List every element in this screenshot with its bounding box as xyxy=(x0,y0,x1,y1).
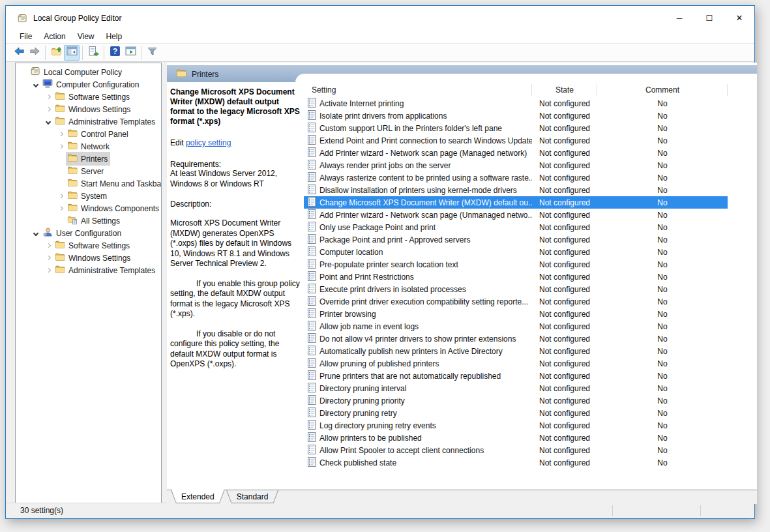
chevron-down-icon[interactable] xyxy=(31,231,41,235)
tree-node: Administrative Templates xyxy=(53,263,158,277)
policy-state-cell: Not configured xyxy=(532,359,597,368)
toolbar-forward-button[interactable] xyxy=(27,45,42,61)
policy-row-extend-point-and-print-connection-to-sea[interactable]: Extend Point and Print connection to sea… xyxy=(304,134,728,147)
tree-node: Software Settings xyxy=(53,90,132,104)
tree-item-control-panel[interactable]: Control Panel xyxy=(16,128,161,140)
maximize-button[interactable]: ☐ xyxy=(694,6,724,30)
toolbar-filter-button[interactable] xyxy=(144,45,160,61)
policy-row-allow-pruning-of-published-printers[interactable]: Allow pruning of published printersNot c… xyxy=(304,357,728,370)
chevron-right-icon[interactable] xyxy=(55,207,66,210)
policy-row-automatically-publish-new-printers-in-ac[interactable]: Automatically publish new printers in Ac… xyxy=(304,345,728,357)
policy-row-allow-job-name-in-event-logs[interactable]: Allow job name in event logsNot configur… xyxy=(304,320,728,332)
minimize-button[interactable]: ─ xyxy=(664,6,694,30)
tree-item-local-computer-policy[interactable]: Local Computer Policy xyxy=(16,66,161,78)
chevron-right-icon[interactable] xyxy=(43,108,53,111)
tree-item-start-menu-and-taskbar[interactable]: Start Menu and Taskbar xyxy=(16,177,161,190)
policy-row-activate-internet-printing[interactable]: Activate Internet printingNot configured… xyxy=(304,97,728,110)
policy-row-directory-pruning-retry[interactable]: Directory pruning retryNot configuredNo xyxy=(304,407,728,419)
policy-state-cell: Not configured xyxy=(532,347,597,356)
tree-item-label: Server xyxy=(81,167,104,176)
policy-row-custom-support-url-in-the-printers-folde[interactable]: Custom support URL in the Printers folde… xyxy=(304,122,728,134)
policy-setting-name: Prune printers that are not automaticall… xyxy=(319,372,501,381)
column-header-setting[interactable]: Setting xyxy=(304,83,532,96)
toolbar-back-button[interactable] xyxy=(11,45,27,61)
tab-extended[interactable]: Extended xyxy=(171,490,225,503)
menu-help[interactable]: Help xyxy=(100,31,128,42)
tree-item-label: Windows Settings xyxy=(68,254,130,263)
tree-item-printers[interactable]: Printers xyxy=(16,153,161,165)
close-button[interactable]: ✕ xyxy=(724,6,754,30)
policy-comment-cell: No xyxy=(597,223,728,232)
tree-item-user-configuration[interactable]: User Configuration xyxy=(16,227,161,239)
policy-row-pre-populate-printer-search-location-tex[interactable]: Pre-populate printer search location tex… xyxy=(304,258,728,271)
policy-row-always-render-print-jobs-on-the-server[interactable]: Always render print jobs on the serverNo… xyxy=(304,159,728,171)
tree-item-windows-settings[interactable]: Windows Settings xyxy=(16,103,161,115)
tree-item-administrative-templates[interactable]: Administrative Templates xyxy=(16,115,161,128)
chevron-right-icon[interactable] xyxy=(55,194,66,198)
policy-row-always-rasterize-content-to-be-printed-u[interactable]: Always rasterize content to be printed u… xyxy=(304,171,728,184)
tree-item-all-settings[interactable]: All Settings xyxy=(16,214,161,227)
folder-icon xyxy=(176,68,186,80)
folder-icon xyxy=(67,153,78,165)
tree-item-server[interactable]: Server xyxy=(16,165,161,177)
help-icon: ? xyxy=(110,46,121,59)
policy-row-override-print-driver-execution-compatib[interactable]: Override print driver execution compatib… xyxy=(304,295,728,308)
tree-item-software-settings[interactable]: Software Settings xyxy=(16,91,161,103)
tab-standard[interactable]: Standard xyxy=(226,490,279,503)
tree-item-windows-settings[interactable]: Windows Settings xyxy=(16,252,161,264)
toolbar-export-list-button[interactable] xyxy=(85,45,101,61)
policy-row-execute-print-drivers-in-isolated-proces[interactable]: Execute print drivers in isolated proces… xyxy=(304,283,728,295)
policy-setting-name: Override print driver execution compatib… xyxy=(319,297,528,306)
policy-setting-link[interactable]: policy setting xyxy=(186,138,231,147)
policy-row-package-point-and-print-approved-servers[interactable]: Package Point and print - Approved serve… xyxy=(304,233,728,246)
tree-item-network[interactable]: Network xyxy=(16,140,161,153)
policy-row-directory-pruning-priority[interactable]: Directory pruning priorityNot configured… xyxy=(304,394,728,407)
toolbar-show-action-pane-button[interactable] xyxy=(123,45,138,61)
policy-row-point-and-print-restrictions[interactable]: Point and Print RestrictionsNot configur… xyxy=(304,271,728,283)
chevron-right-icon[interactable] xyxy=(43,95,53,98)
policy-row-add-printer-wizard-network-scan-page-man[interactable]: Add Printer wizard - Network scan page (… xyxy=(304,147,728,159)
policy-title: Change Microsoft XPS Document Writer (MX… xyxy=(170,87,303,126)
policy-row-allow-print-spooler-to-accept-client-con[interactable]: Allow Print Spooler to accept client con… xyxy=(304,444,728,456)
policy-setting-name: Automatically publish new printers in Ac… xyxy=(319,347,503,356)
chevron-down-icon[interactable] xyxy=(31,83,41,87)
chevron-right-icon[interactable] xyxy=(43,244,53,247)
toolbar-help-button[interactable]: ? xyxy=(107,45,123,61)
tree-node: Network xyxy=(66,140,112,153)
policy-setting-cell: Activate Internet printing xyxy=(304,98,532,110)
tree-item-system[interactable]: System xyxy=(16,190,161,202)
toolbar-up-one-level-button[interactable] xyxy=(48,45,64,61)
requirements-text: At least Windows Server 2012, Windows 8 … xyxy=(170,169,303,189)
policy-row-log-directory-pruning-retry-events[interactable]: Log directory pruning retry eventsNot co… xyxy=(304,419,728,432)
chevron-right-icon[interactable] xyxy=(55,132,66,136)
menu-action[interactable]: Action xyxy=(38,31,71,42)
policy-row-directory-pruning-interval[interactable]: Directory pruning intervalNot configured… xyxy=(304,382,728,394)
policy-row-change-microsoft-xps-document-writer-mxd[interactable]: Change Microsoft XPS Document Writer (MX… xyxy=(304,196,728,209)
policy-row-prune-printers-that-are-not-automaticall[interactable]: Prune printers that are not automaticall… xyxy=(304,370,728,382)
policy-row-only-use-package-point-and-print[interactable]: Only use Package Point and printNot conf… xyxy=(304,221,728,233)
tree-item-computer-configuration[interactable]: Computer Configuration xyxy=(16,78,161,91)
policy-row-allow-printers-to-be-published[interactable]: Allow printers to be publishedNot config… xyxy=(304,432,728,444)
menu-view[interactable]: View xyxy=(72,31,100,42)
chevron-right-icon[interactable] xyxy=(43,256,53,259)
tree-item-administrative-templates[interactable]: Administrative Templates xyxy=(16,264,161,276)
toolbar-show-console-tree-button[interactable] xyxy=(64,45,80,61)
policy-row-add-printer-wizard-network-scan-page-unm[interactable]: Add Printer wizard - Network scan page (… xyxy=(304,209,728,221)
policy-row-isolate-print-drivers-from-applications[interactable]: Isolate print drivers from applicationsN… xyxy=(304,110,728,122)
tree-item-software-settings[interactable]: Software Settings xyxy=(16,239,161,252)
tree-node: Local Computer Policy xyxy=(29,65,125,79)
policy-state-cell: Not configured xyxy=(532,322,597,331)
column-header-state[interactable]: State xyxy=(532,83,597,96)
chevron-down-icon[interactable] xyxy=(43,120,53,124)
policy-row-check-published-state[interactable]: Check published stateNot configuredNo xyxy=(304,456,728,469)
policy-row-do-not-allow-v4-printer-drivers-to-show-[interactable]: Do not allow v4 printer drivers to show … xyxy=(304,332,728,345)
column-header-comment[interactable]: Comment xyxy=(597,83,728,96)
policy-row-computer-location[interactable]: Computer locationNot configuredNo xyxy=(304,246,728,258)
policy-row-disallow-installation-of-printers-using-[interactable]: Disallow installation of printers using … xyxy=(304,184,728,196)
menu-file[interactable]: File xyxy=(14,31,38,42)
chevron-right-icon[interactable] xyxy=(43,269,53,272)
chevron-right-icon[interactable] xyxy=(55,145,66,148)
policy-setting-icon xyxy=(304,147,319,159)
policy-row-printer-browsing[interactable]: Printer browsingNot configuredNo xyxy=(304,308,728,320)
tree-item-windows-components[interactable]: Windows Components xyxy=(16,202,161,214)
